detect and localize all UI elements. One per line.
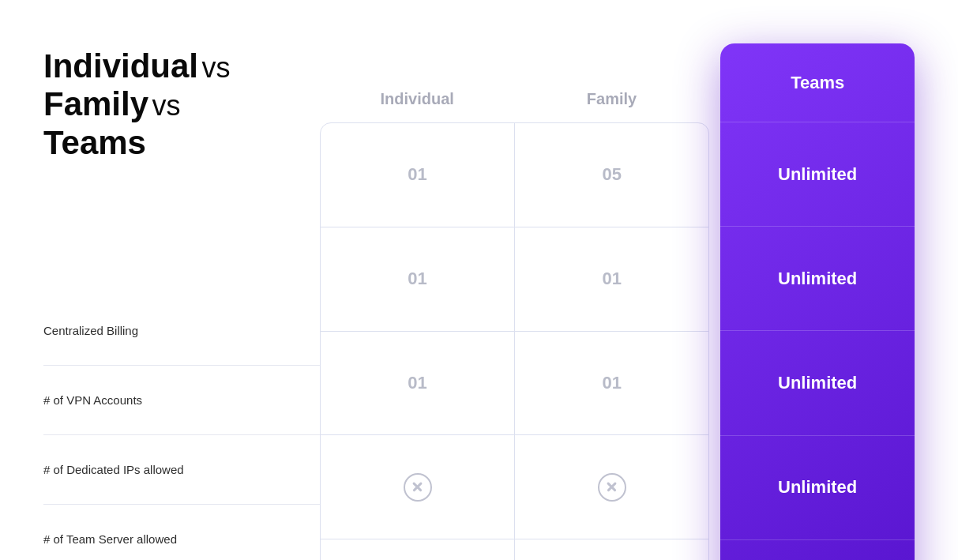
fam-cell-4 [515,539,708,560]
title-vs-1: vs [201,51,230,84]
fam-cell-1: 01 [515,227,708,332]
teams-header-label: Teams [791,73,844,93]
ind-fam-card: 010101 050101 [320,122,709,560]
teams-header: Teams [720,43,915,122]
fam-val-0: 05 [603,164,622,185]
columns-area: Individual Family 010101 050101 Teams Un… [320,43,915,560]
header-family: Family [514,43,708,122]
ind-cell-3 [321,435,514,539]
fam-val-2: 01 [603,373,622,393]
feature-list: Centralized Billing# of VPN Accounts# of… [43,296,320,560]
teams-cell-1: Unlimited [720,227,915,331]
feature-label-2: # of Dedicated IPs allowed [43,435,320,505]
ind-cell-1: 01 [321,227,514,332]
teams-val-1: Unlimited [778,269,857,289]
teams-cells: UnlimitedUnlimitedUnlimitedUnlimited [720,122,915,560]
ind-val-2: 01 [408,373,426,393]
title-vs-2: vs [152,89,181,122]
feature-label-1: # of VPN Accounts [43,366,320,435]
ind-val-1: 01 [408,269,426,289]
teams-val-3: Unlimited [778,477,857,498]
teams-cell-0: Unlimited [720,122,915,227]
teams-cell-2: Unlimited [720,331,915,435]
columns-body: 010101 050101 Teams UnlimitedUnlimitedUn… [320,122,915,560]
left-panel: Individual vs Family vs Teams Centralize… [43,43,320,560]
title-line-1: Individual vs [43,47,320,85]
col-family: 050101 [514,123,708,560]
feature-label-0: Centralized Billing [43,296,320,366]
ind-cell-0: 01 [321,123,514,227]
fam-cell-0: 05 [515,123,708,227]
teams-val-2: Unlimited [778,373,857,393]
col-teams: Teams UnlimitedUnlimitedUnlimitedUnlimit… [720,43,915,560]
ind-cell-4 [321,539,514,560]
ind-cell-2: 01 [321,332,514,436]
feature-label-3: # of Team Server allowed [43,505,320,560]
ind-val-0: 01 [408,164,426,185]
teams-cell-3: Unlimited [720,436,915,540]
title-individual: Individual [43,47,198,85]
ind-fam-headers: Individual Family [320,43,709,122]
title-block: Individual vs Family vs Teams [43,43,320,162]
title-line-3: Teams [43,124,320,162]
title-family: Family [43,85,148,122]
header-individual: Individual [320,43,514,122]
fam-val-1: 01 [603,269,622,289]
fam-cross-3 [598,473,626,502]
title-line-2: Family vs [43,85,320,123]
title-teams: Teams [43,124,146,161]
ind-cross-3 [404,473,432,502]
teams-cell-4 [720,540,915,560]
col-individual: 010101 [321,123,514,560]
fam-cell-3 [515,435,708,539]
teams-val-0: Unlimited [778,164,857,185]
fam-cell-2: 01 [515,332,708,436]
page-wrapper: Individual vs Family vs Teams Centralize… [16,16,942,560]
